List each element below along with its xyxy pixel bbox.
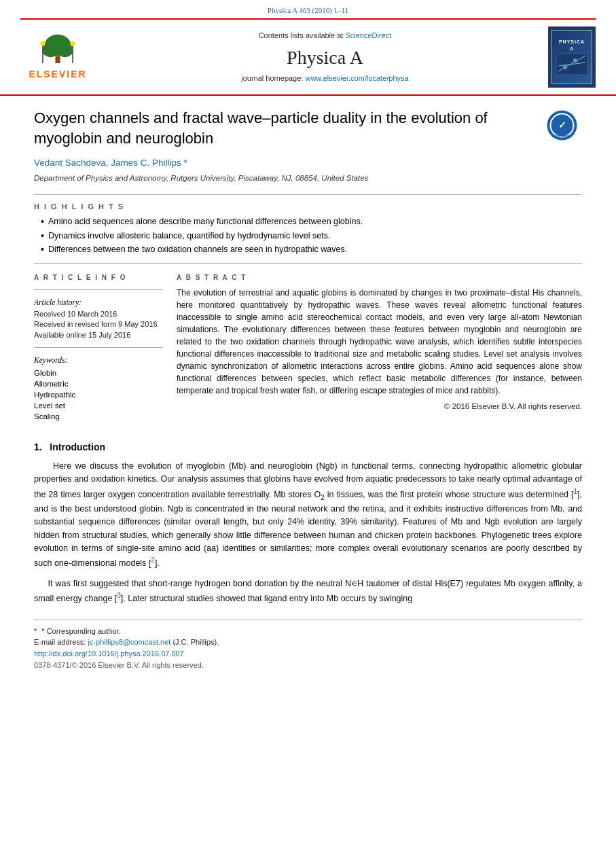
elsevier-logo: ELSEVIER: [20, 33, 102, 81]
homepage-link[interactable]: www.elsevier.com/locate/physa: [305, 74, 408, 82]
divider-4: [34, 347, 163, 348]
article-info-label: A R T I C L E I N F O: [34, 273, 163, 283]
footer-section: * * Corresponding author. E-mail address…: [34, 620, 582, 671]
two-column-layout: A R T I C L E I N F O Article history: R…: [34, 273, 582, 428]
svg-rect-3: [55, 56, 60, 64]
corresponding-author-text: * Corresponding author.: [41, 627, 120, 635]
abstract-label: A B S T R A C T: [177, 273, 582, 283]
list-item: • Dynamics involve allosteric balance, q…: [41, 230, 582, 243]
keyword-5: Scaling: [34, 411, 163, 422]
highlights-list: • Amino acid sequences alone describe ma…: [34, 216, 582, 256]
journal-center: Contents lists available at ScienceDirec…: [102, 31, 548, 84]
copyright-text: © 2016 Elsevier B.V. All rights reserved…: [177, 401, 582, 412]
ref-1-link[interactable]: 1: [573, 488, 577, 495]
doi-link[interactable]: http://dx.doi.org/10.1016/j.physa.2016.0…: [34, 649, 184, 658]
introduction-section: 1. Introduction Here we discuss the evol…: [34, 441, 582, 605]
journal-cover-image: PHYSICAA: [548, 26, 596, 88]
keywords-title: Keywords:: [34, 355, 163, 365]
revised-date: Received in revised form 9 May 2016: [34, 319, 163, 329]
main-content: Oxygen channels and fractal wave–particl…: [0, 96, 616, 684]
svg-point-11: [563, 65, 567, 69]
journal-banner: ELSEVIER Contents lists available at Sci…: [0, 20, 616, 96]
list-item: • Amino acid sequences alone describe ma…: [41, 216, 582, 228]
journal-name: Physica A: [102, 44, 548, 71]
crossmark-icon: ✓ CrossMark: [547, 110, 577, 141]
crossmark-badge[interactable]: ✓ CrossMark: [541, 108, 582, 142]
svg-point-1: [42, 43, 59, 57]
paper-title-text: Oxygen channels and fractal wave–particl…: [34, 109, 488, 147]
contents-available-text: Contents lists available at ScienceDirec…: [102, 31, 548, 41]
ref-2-link[interactable]: 2: [151, 556, 155, 564]
highlights-section: H I G H L I G H T S • Amino acid sequenc…: [34, 202, 582, 256]
intro-section-title: 1. Introduction: [34, 441, 582, 454]
cover-graphic-icon: [555, 52, 589, 76]
list-item: • Differences between the two oxidation …: [41, 244, 582, 256]
bullet-icon: •: [41, 216, 44, 228]
keywords-group: Keywords: Globin Allometric Hydropathic …: [34, 355, 163, 423]
highlight-text-3: Differences between the two oxidation ch…: [48, 244, 347, 256]
divider-2: [34, 263, 582, 264]
star-symbol: *: [34, 627, 37, 635]
subscript-2: 2: [321, 493, 325, 501]
article-info-col: A R T I C L E I N F O Article history: R…: [34, 273, 163, 428]
email-suffix: (J.C. Phillips).: [173, 638, 219, 646]
email-link[interactable]: jc-phillips8@comcast.net: [88, 638, 170, 646]
ref-3-link[interactable]: 3: [117, 592, 121, 599]
svg-point-5: [40, 41, 45, 46]
divider-1: [34, 194, 582, 195]
elsevier-tree-icon: [31, 33, 85, 66]
intro-paragraph-2: It was first suggested that short-range …: [34, 577, 582, 606]
page: Physica A 463 (2016) 1–11 ELSE: [0, 0, 616, 841]
article-history-title: Article history:: [34, 297, 163, 308]
corresponding-author-note: * * Corresponding author.: [34, 626, 582, 637]
sciencedirect-link[interactable]: ScienceDirect: [345, 31, 391, 39]
issn-line: 0378-4371/© 2016 Elsevier B.V. All right…: [34, 660, 582, 670]
bullet-icon: •: [41, 244, 44, 255]
paper-title-container: Oxygen channels and fractal wave–particl…: [34, 108, 582, 148]
svg-point-7: [70, 41, 75, 46]
divider-3: [34, 289, 163, 290]
intro-paragraph-1: Here we discuss the evolution of myoglob…: [34, 460, 582, 571]
highlights-label: H I G H L I G H T S: [34, 202, 582, 212]
journal-citation: Physica A 463 (2016) 1–11: [0, 0, 616, 18]
article-history-group: Article history: Received 10 March 2016 …: [34, 297, 163, 340]
section-number: 1.: [34, 442, 42, 452]
keyword-2: Allometric: [34, 378, 163, 389]
authors-text: Vedant Sachdeva, James C. Phillips *: [34, 157, 582, 170]
doi-note: http://dx.doi.org/10.1016/j.physa.2016.0…: [34, 648, 582, 660]
citation-text: Physica A 463 (2016) 1–11: [268, 6, 348, 14]
affiliation-text: Department of Physics and Astronomy, Rut…: [34, 173, 582, 183]
svg-point-12: [573, 58, 577, 62]
keyword-1: Globin: [34, 368, 163, 378]
highlight-text-1: Amino acid sequences alone describe many…: [48, 216, 363, 228]
journal-homepage: journal homepage: www.elsevier.com/locat…: [102, 73, 548, 84]
received-date: Received 10 March 2016: [34, 309, 163, 319]
elsevier-brand-text: ELSEVIER: [29, 68, 86, 82]
bullet-icon: •: [41, 230, 44, 242]
abstract-text: The evolution of terrestrial and aquatic…: [177, 287, 582, 397]
svg-text:CrossMark: CrossMark: [551, 134, 573, 138]
email-label: E-mail address:: [34, 638, 86, 646]
svg-point-2: [56, 43, 73, 57]
highlight-text-2: Dynamics involve allosteric balance, qua…: [48, 230, 330, 243]
email-note: E-mail address: jc-phillips8@comcast.net…: [34, 637, 582, 648]
abstract-col: A B S T R A C T The evolution of terrest…: [177, 273, 582, 428]
keyword-4: Level set: [34, 400, 163, 411]
svg-text:✓: ✓: [558, 120, 566, 130]
available-date: Available online 15 July 2016: [34, 330, 163, 340]
keyword-3: Hydropathic: [34, 389, 163, 400]
